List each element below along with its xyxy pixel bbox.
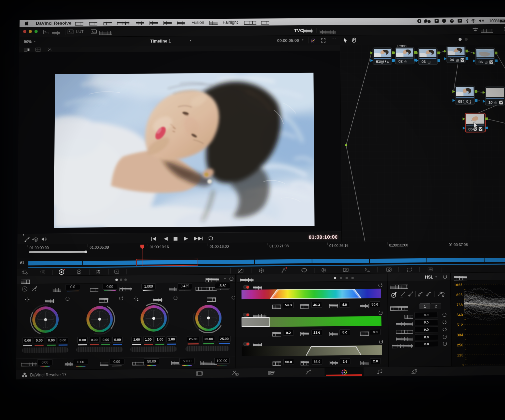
- svg-text:HDR: HDR: [468, 102, 471, 104]
- svg-text:01: 01: [376, 59, 380, 64]
- svg-text:08: 08: [458, 100, 462, 104]
- svg-text:04: 04: [450, 58, 454, 62]
- svg-text:HDR: HDR: [77, 273, 81, 275]
- svg-text:05: 05: [468, 127, 473, 131]
- svg-text:02: 02: [398, 59, 403, 63]
- svg-text:10: 10: [488, 100, 492, 104]
- svg-text:fx: fx: [474, 128, 476, 131]
- svg-text:A: A: [24, 287, 26, 291]
- svg-text:03: 03: [422, 60, 426, 64]
- svg-text:06: 06: [479, 60, 483, 64]
- svg-text:3D: 3D: [429, 268, 432, 271]
